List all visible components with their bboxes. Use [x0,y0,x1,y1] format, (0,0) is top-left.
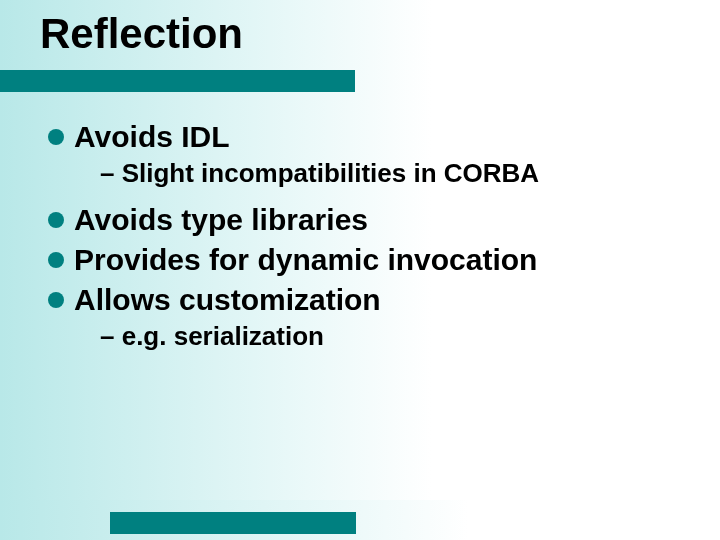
sub-bullet-text: – Slight incompatibilities in CORBA [100,158,539,188]
bullet-item: Avoids IDL [48,120,690,154]
bullet-item: Avoids type libraries [48,203,690,237]
bullet-icon [48,129,64,145]
slide-title: Reflection [0,0,720,58]
bullet-text: Avoids type libraries [74,203,368,237]
bullet-item: Provides for dynamic invocation [48,243,690,277]
bullet-text: Provides for dynamic invocation [74,243,537,277]
bullet-icon [48,212,64,228]
slide-content: Avoids IDL – Slight incompatibilities in… [48,120,690,366]
bullet-text: Avoids IDL [74,120,230,154]
footer-gradient [0,500,720,540]
sub-bullet-item: – Slight incompatibilities in CORBA [100,158,690,189]
bullet-item: Allows customization [48,283,690,317]
bullet-icon [48,252,64,268]
bullet-icon [48,292,64,308]
footer-bar [110,512,356,534]
sub-bullet-item: – e.g. serialization [100,321,690,352]
sub-bullet-text: – e.g. serialization [100,321,324,351]
title-divider [0,70,355,92]
bullet-text: Allows customization [74,283,381,317]
